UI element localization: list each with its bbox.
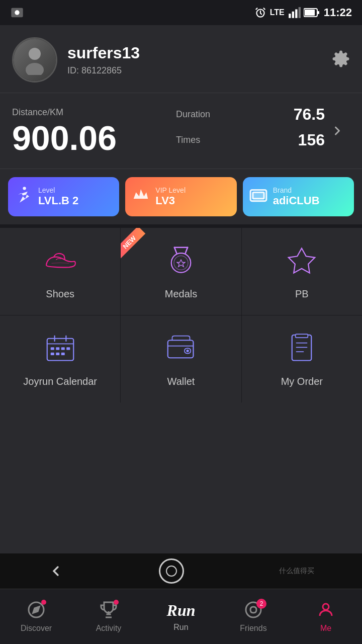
svg-rect-3 — [289, 14, 291, 18]
gesture-bar: 什么值得买 — [0, 553, 362, 589]
medal-svg — [163, 243, 199, 278]
svg-point-10 — [29, 48, 41, 60]
photo-icon — [10, 6, 24, 20]
settings-button[interactable] — [332, 50, 350, 70]
medals-label: Medals — [165, 288, 197, 300]
shoe-svg — [43, 243, 78, 278]
svg-point-29 — [166, 566, 176, 576]
grid-cell-joyrun-calendar[interactable]: Joyrun Calendar — [0, 315, 121, 403]
lte-icon: LTE — [270, 8, 285, 17]
shoes-label: Shoes — [46, 288, 74, 300]
grid-row-1: Shoes Medals PB — [0, 227, 362, 315]
user-id: ID: 86122865 — [67, 65, 140, 76]
run-icon — [14, 185, 33, 204]
svg-rect-19 — [56, 347, 59, 350]
run-text-icon: Run — [167, 601, 196, 619]
activity-icon-wrapper — [100, 601, 118, 621]
distance-value: 900.06 — [12, 121, 161, 155]
home-button[interactable] — [159, 558, 184, 584]
bottom-nav: Discover Activity Run Run 2 Friends — [0, 589, 362, 644]
svg-rect-6 — [298, 7, 300, 18]
home-circle-icon — [166, 566, 177, 577]
crown-icon — [131, 185, 150, 208]
run-icon-wrapper: Run — [167, 601, 196, 620]
status-bar: LTE 11:22 — [0, 0, 362, 25]
brand-card-text: Brand adiCLUB — [273, 186, 320, 207]
brand-icon — [249, 185, 268, 208]
svg-marker-31 — [33, 606, 40, 613]
alarm-icon — [254, 6, 267, 19]
activity-label: Activity — [96, 624, 122, 633]
me-label: Me — [320, 624, 331, 633]
level-card-brand[interactable]: Brand adiCLUB — [243, 177, 354, 216]
back-button[interactable] — [48, 563, 64, 579]
profile-header: surfers13 ID: 86122865 — [0, 25, 362, 93]
nav-me[interactable]: Me — [290, 589, 362, 644]
battery-icon — [304, 8, 320, 18]
username: surfers13 — [67, 44, 140, 62]
times-row: Times 156 — [176, 131, 325, 149]
grid-cell-my-order[interactable]: My Order — [242, 315, 362, 403]
svg-rect-18 — [50, 347, 54, 350]
duration-value: 76.5 — [294, 105, 325, 124]
stats-right: Duration 76.5 Times 156 — [161, 105, 325, 156]
level-sublabel: Level — [38, 186, 78, 194]
nav-run[interactable]: Run Run — [145, 589, 217, 644]
pb-icon — [284, 243, 319, 280]
signal-icon — [288, 6, 301, 19]
avatar[interactable] — [12, 37, 57, 83]
my-order-icon — [284, 331, 319, 368]
svg-rect-22 — [50, 353, 54, 355]
profile-left: surfers13 ID: 86122865 — [12, 37, 140, 83]
svg-point-33 — [323, 604, 329, 610]
medals-icon — [163, 243, 199, 280]
status-left — [10, 6, 24, 20]
brand-value: adiCLUB — [273, 194, 320, 207]
gear-icon — [332, 50, 350, 68]
shoes-icon — [43, 243, 78, 280]
pb-label: PB — [295, 288, 309, 300]
friends-badge: 2 — [256, 599, 266, 609]
grid-cell-medals[interactable]: Medals — [121, 228, 241, 315]
level-card-level[interactable]: Level LVL.B 2 — [8, 177, 119, 216]
me-icon-wrapper — [317, 601, 335, 621]
vip-sublabel: VIP Level — [155, 186, 186, 194]
svg-rect-24 — [61, 353, 64, 355]
svg-point-1 — [15, 10, 19, 15]
wallet-svg — [163, 331, 199, 366]
grid-cell-wallet[interactable]: Wallet — [121, 315, 241, 403]
calendar-label: Joyrun Calendar — [23, 376, 97, 387]
svg-rect-14 — [253, 192, 264, 199]
chevron-right-icon — [330, 124, 344, 138]
run-label: Run — [173, 623, 188, 632]
calendar-svg — [43, 331, 78, 366]
stats-section: Distance/KM 900.06 Duration 76.5 Times 1… — [0, 93, 362, 169]
grid-cell-shoes[interactable]: Shoes — [0, 228, 121, 315]
svg-rect-9 — [318, 11, 319, 14]
svg-point-12 — [23, 187, 26, 190]
brand-sublabel: Brand — [273, 186, 320, 194]
nav-discover[interactable]: Discover — [0, 589, 72, 644]
nav-activity[interactable]: Activity — [72, 589, 145, 644]
stats-chevron[interactable] — [325, 118, 350, 143]
grid-row-2: Joyrun Calendar Wallet — [0, 315, 362, 403]
activity-dot — [114, 600, 119, 605]
new-badge — [121, 228, 156, 263]
svg-point-26 — [186, 350, 189, 352]
distance-label: Distance/KM — [12, 107, 161, 118]
level-cards: Level LVL.B 2 VIP Level LV3 Brand adiCLU… — [0, 169, 362, 227]
level-card-vip[interactable]: VIP Level LV3 — [125, 177, 236, 216]
grid-section: Shoes Medals PB — [0, 227, 362, 403]
calendar-icon — [43, 331, 78, 368]
grid-cell-pb[interactable]: PB — [242, 228, 362, 315]
nav-friends[interactable]: 2 Friends — [217, 589, 290, 644]
level-card-text: Level LVL.B 2 — [38, 186, 78, 207]
discover-dot — [41, 600, 46, 605]
svg-rect-5 — [295, 10, 297, 18]
duration-row: Duration 76.5 — [176, 105, 325, 124]
svg-point-16 — [174, 256, 188, 270]
times-label: Times — [176, 135, 200, 145]
svg-rect-4 — [292, 12, 294, 18]
status-right: LTE 11:22 — [254, 6, 352, 19]
svg-rect-28 — [296, 334, 308, 338]
